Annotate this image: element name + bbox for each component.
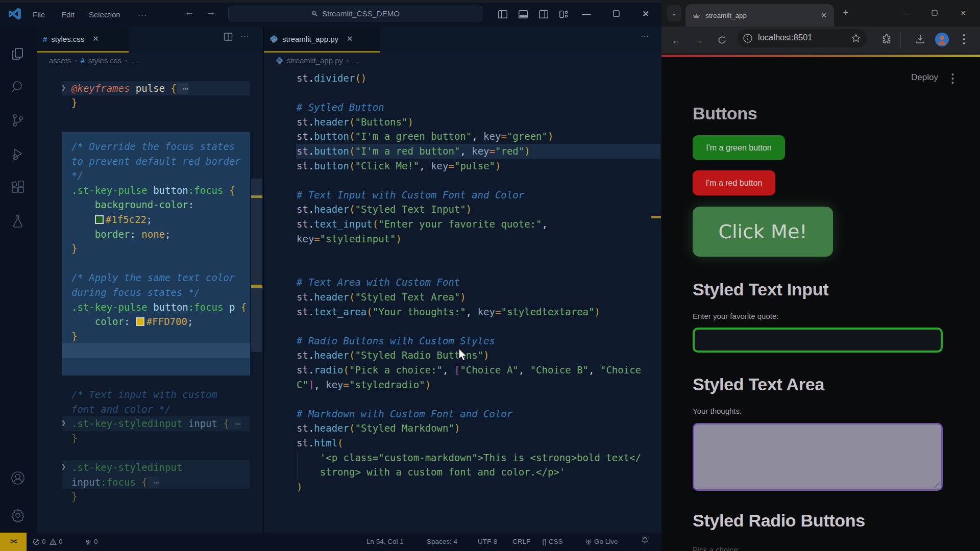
breadcrumb-file[interactable]: styles.css	[88, 56, 121, 65]
radio-tower-icon	[85, 538, 92, 545]
python-editor[interactable]: st.divider()# Sytled Buttonst.header("Bu…	[263, 70, 661, 533]
search-sidebar-icon[interactable]	[10, 79, 27, 95]
red-button[interactable]: I'm a red button	[693, 170, 775, 195]
ports-status[interactable]: 0	[85, 533, 98, 551]
tab-streamlit-app-py[interactable]: streamlit_app.py ✕	[263, 27, 380, 51]
go-live-status[interactable]: Go Live	[585, 533, 618, 551]
history-forward-button[interactable]: →	[203, 7, 218, 18]
code-line: border: none;	[71, 227, 171, 242]
history-back-button[interactable]: ←	[182, 7, 197, 18]
notifications-bell-icon[interactable]	[641, 533, 649, 551]
app-menu-kebab-icon[interactable]	[951, 73, 954, 84]
editor-more-actions-icon[interactable]: ···	[240, 32, 249, 44]
customize-layout-icon[interactable]	[557, 8, 571, 21]
toggle-secondary-sidebar-icon[interactable]	[537, 8, 550, 21]
braces-icon: {}	[542, 538, 549, 545]
menu-edit[interactable]: Edit	[57, 8, 79, 21]
scrollbar-thumb[interactable]	[251, 179, 262, 352]
encoding-status[interactable]: UTF-8	[478, 533, 497, 551]
chevron-right-icon: ›	[347, 57, 349, 64]
breadcrumb-folder[interactable]: assets	[49, 56, 71, 65]
textarea-resize-handle[interactable]	[934, 482, 940, 488]
run-debug-icon[interactable]	[10, 146, 27, 163]
indentation-status[interactable]: Spaces: 4	[427, 533, 457, 551]
window-close-button[interactable]: ✕	[637, 6, 654, 23]
code-line: # Text Input with Custom Font and Color	[297, 188, 524, 203]
green-button[interactable]: I'm a green button	[693, 135, 785, 160]
downloads-icon[interactable]	[915, 34, 926, 45]
command-center-search[interactable]: 🔍︎Streamlit_CSS_DEMO	[228, 6, 482, 21]
language-mode-status[interactable]: {} CSS	[542, 533, 563, 551]
extensions-icon[interactable]	[10, 180, 27, 196]
css-editor[interactable]: ❯ ❯ ❯ @keyframes pulse { ⋯}/* Override t…	[37, 70, 263, 533]
window-minimize-button[interactable]: —	[899, 7, 913, 20]
tab-close-icon[interactable]: ✕	[92, 34, 99, 43]
editor-more-actions-icon[interactable]: ···	[641, 32, 649, 41]
code-line: st.text_area("Your thoughts:", key="styl…	[297, 305, 600, 319]
editor-group2-actions: ···	[641, 32, 649, 41]
settings-gear-icon[interactable]	[10, 508, 27, 524]
url-text[interactable]: localhost:8501	[758, 33, 812, 42]
streamlit-favicon	[692, 11, 701, 20]
code-line: .st-key-styledinput input { ⋯	[71, 416, 241, 431]
thoughts-textarea[interactable]	[693, 423, 943, 491]
site-info-icon[interactable]	[743, 33, 753, 43]
overview-ruler-mark	[651, 216, 661, 218]
quote-text-input[interactable]	[693, 328, 943, 353]
extensions-puzzle-icon[interactable]	[881, 34, 892, 45]
explorer-icon[interactable]	[10, 46, 27, 63]
browser-menu-kebab-icon[interactable]	[963, 34, 966, 46]
mouse-cursor	[458, 348, 469, 363]
breadcrumb[interactable]: streamlit_app.py › …	[276, 51, 360, 70]
code-line: '<p class="custom-markdown">This is <str…	[297, 450, 641, 465]
breadcrumb-symbol[interactable]: …	[352, 56, 360, 65]
code-line: # Markdown with Custom Font and Color	[297, 407, 512, 421]
code-line: }	[71, 431, 77, 446]
window-maximize-button[interactable]	[928, 7, 941, 20]
fold-chevron-icon[interactable]: ❯	[61, 462, 66, 471]
breadcrumb-file[interactable]: streamlit_app.py	[287, 56, 343, 65]
fold-chevron-icon[interactable]: ❯	[61, 418, 66, 428]
profile-avatar[interactable]	[935, 33, 949, 46]
css-file-icon: #	[43, 35, 47, 43]
cursor-position-status[interactable]: Ln 54, Col 1	[366, 533, 404, 551]
browser-tab-streamlit-app[interactable]: streamlit_app ✕	[685, 4, 834, 27]
window-minimize-button[interactable]: —	[578, 6, 595, 23]
tab-search-button[interactable]: ⌄	[667, 5, 681, 21]
breadcrumb[interactable]: assets › # styles.css › …	[49, 51, 138, 70]
click-me-button[interactable]: Click Me!	[693, 207, 833, 257]
accounts-icon[interactable]	[10, 470, 27, 487]
breadcrumb-symbol[interactable]: …	[131, 56, 138, 65]
split-editor-icon[interactable]	[223, 32, 233, 44]
source-control-icon[interactable]	[10, 113, 27, 129]
tab-close-icon[interactable]: ✕	[821, 11, 827, 19]
url-bar[interactable]: localhost:8501	[738, 29, 867, 47]
problems-status[interactable]: 0 0	[33, 533, 63, 551]
testing-icon[interactable]	[10, 214, 27, 230]
menu-overflow[interactable]: ···	[134, 8, 151, 21]
code-line: @keyframes pulse { ⋯	[71, 81, 188, 96]
code-line: st.text_input("Enter your favorite quote…	[297, 217, 548, 232]
remote-indicator[interactable]: ><	[0, 533, 27, 551]
fold-chevron-icon[interactable]: ❯	[61, 83, 66, 92]
browser-forward-button[interactable]: →	[692, 33, 706, 47]
window-close-button[interactable]: ✕	[957, 7, 970, 20]
menu-file[interactable]: File	[29, 8, 49, 21]
eol-status[interactable]: CRLF	[512, 533, 530, 551]
browser-back-button[interactable]: ←	[669, 33, 683, 47]
tab-label: styles.css	[51, 35, 84, 43]
toggle-sidebar-icon[interactable]	[496, 8, 509, 21]
buttons-header: Buttons	[693, 104, 757, 123]
browser-reload-button[interactable]	[715, 33, 729, 47]
tab-close-icon[interactable]: ✕	[347, 34, 353, 43]
tab-styles-css[interactable]: # styles.css ✕	[37, 27, 129, 51]
new-tab-button[interactable]: +	[839, 6, 852, 19]
code-line: during focus states */	[71, 285, 200, 300]
editor-group-divider[interactable]	[263, 27, 264, 533]
menu-selection[interactable]: Selection	[85, 8, 125, 21]
toggle-panel-icon[interactable]	[517, 8, 530, 21]
deploy-button[interactable]: Deploy	[911, 72, 938, 83]
editor-group1-actions: ···	[223, 32, 249, 44]
bookmark-star-icon[interactable]	[851, 33, 861, 43]
window-maximize-button[interactable]	[607, 6, 625, 23]
